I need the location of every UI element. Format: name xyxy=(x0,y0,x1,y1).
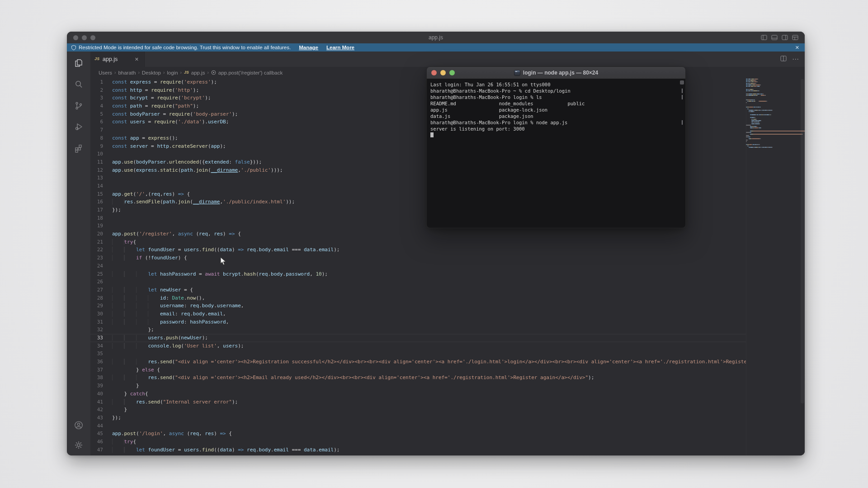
code-line[interactable]: 33 users.push(newUser); xyxy=(90,334,805,342)
extensions-icon[interactable] xyxy=(72,141,85,155)
terminal-line: data.js package.json xyxy=(430,113,682,119)
terminal-line: bharath@Bharaths-MacBook-Pro login % nod… xyxy=(430,119,682,126)
breadcrumb-desktop[interactable]: Desktop xyxy=(142,70,161,75)
tab-label: app.js xyxy=(103,56,118,62)
code-line[interactable]: 22 let foundUser = users.find((data) => … xyxy=(90,246,805,254)
terminal-line: bharath@Bharaths-MacBook-Pro ~ % cd Desk… xyxy=(430,88,682,94)
code-line[interactable]: 20app.post('/register', async (req, res)… xyxy=(90,230,805,238)
code-line[interactable]: 41 res.send("Internal server error"); xyxy=(90,398,805,406)
breadcrumb-app-js[interactable]: app.js xyxy=(191,70,205,75)
terminal-titlebar: login — node app.js — 80×24 xyxy=(427,67,685,79)
code-line[interactable]: 21 try{ xyxy=(90,238,805,246)
code-line[interactable]: 36 res.send("<div align ='center'><h2>Re… xyxy=(90,358,805,366)
terminal-window[interactable]: login — node app.js — 80×24 Last login: … xyxy=(426,66,686,228)
split-editor-icon[interactable] xyxy=(780,55,787,63)
source-control-icon[interactable] xyxy=(72,99,85,113)
settings-gear-icon[interactable] xyxy=(72,438,85,452)
account-icon[interactable] xyxy=(72,418,85,432)
breadcrumb-users[interactable]: Users xyxy=(99,70,112,75)
javascript-file-icon: JS xyxy=(94,57,99,61)
code-line[interactable]: 43}); xyxy=(90,414,805,422)
code-line[interactable]: 34 console.log('User list', users); xyxy=(90,342,805,350)
terminal-lines: Last login: Thu Jan 26 16:55:51 on ttys0… xyxy=(430,81,682,132)
code-line[interactable]: 25 let hashPassword = await bcrypt.hash(… xyxy=(90,270,805,278)
toggle-secondary-sidebar-icon[interactable] xyxy=(782,35,788,40)
workspace-trust-icon xyxy=(71,45,76,50)
breadcrumb-login[interactable]: login xyxy=(167,70,178,75)
code-line[interactable]: 31 password: hashPassword, xyxy=(90,318,805,326)
code-line[interactable]: 40 } catch{ xyxy=(90,390,805,398)
restricted-mode-banner: Restricted Mode is intended for safe cod… xyxy=(67,43,805,52)
code-line[interactable]: 38 res.send("<div align ='center'><h2>Em… xyxy=(90,374,805,382)
terminal-line: server is listening on port: 3000 xyxy=(430,126,682,132)
editor-scrollbar[interactable] xyxy=(801,79,804,404)
minimap[interactable] xyxy=(746,78,805,455)
manage-link[interactable]: Manage xyxy=(299,45,318,50)
breadcrumb-callback[interactable]: app.post('/register') callback xyxy=(218,70,283,75)
code-line[interactable]: 42 } xyxy=(90,406,805,414)
desktop: app.js Restricted Mode is intended for s… xyxy=(0,0,868,488)
terminal-line: bharath@Bharaths-MacBook-Pro login % ls xyxy=(430,94,682,100)
tab-bar: JS app.js ✕ ⋯ xyxy=(90,52,805,67)
toggle-sidebar-icon[interactable] xyxy=(761,35,767,40)
code-line[interactable]: 46 try{ xyxy=(90,438,805,446)
vscode-titlebar: app.js xyxy=(67,32,805,43)
code-line[interactable]: 45app.post('/login', async (req, res) =>… xyxy=(90,430,805,438)
code-line[interactable]: 35 xyxy=(90,350,805,358)
code-line[interactable]: 24 xyxy=(90,262,805,270)
code-line[interactable]: 44 xyxy=(90,422,805,430)
breadcrumb-bharath[interactable]: bharath xyxy=(118,70,136,75)
terminal-cursor xyxy=(430,132,434,137)
tab-app-js[interactable]: JS app.js ✕ xyxy=(90,52,145,67)
code-line[interactable]: 26 xyxy=(90,278,805,286)
javascript-file-icon: JS xyxy=(184,70,189,75)
code-line[interactable]: 29 username: req.body.username, xyxy=(90,302,805,310)
code-line[interactable]: 47 let foundUser = users.find((data) => … xyxy=(90,446,805,454)
code-line[interactable]: 32 }; xyxy=(90,326,805,334)
terminal-output[interactable]: Last login: Thu Jan 26 16:55:51 on ttys0… xyxy=(427,79,685,228)
banner-close-icon[interactable]: ✕ xyxy=(793,45,801,51)
window-title: app.js xyxy=(67,34,805,41)
terminal-line: Last login: Thu Jan 26 16:55:51 on ttys0… xyxy=(430,81,682,88)
more-actions-icon[interactable]: ⋯ xyxy=(792,55,799,63)
code-line[interactable]: 28 id: Date.now(), xyxy=(90,294,805,302)
terminal-title: login — node app.js — 80×24 xyxy=(427,70,685,76)
activity-bar xyxy=(67,52,90,455)
run-debug-icon[interactable] xyxy=(72,120,85,134)
terminal-scrollbar-thumb[interactable] xyxy=(680,80,684,84)
terminal-line: app.js package-lock.json xyxy=(430,107,682,113)
terminal-app-icon xyxy=(514,70,520,76)
symbol-method-icon xyxy=(211,70,216,75)
code-line[interactable]: 30 email: req.body.email, xyxy=(90,310,805,318)
search-icon[interactable] xyxy=(72,78,85,91)
code-line[interactable]: 37 } else { xyxy=(90,366,805,374)
learn-more-link[interactable]: Learn More xyxy=(326,45,354,50)
customize-layout-icon[interactable] xyxy=(792,35,798,40)
explorer-icon[interactable] xyxy=(72,56,85,70)
terminal-line: README.md node_modules public xyxy=(430,100,682,107)
code-line[interactable]: 23 if (!foundUser) { xyxy=(90,254,805,262)
mouse-cursor xyxy=(220,257,228,267)
code-line[interactable]: 27 let newUser = { xyxy=(90,286,805,294)
minimap-line xyxy=(746,147,805,148)
restricted-mode-text: Restricted Mode is intended for safe cod… xyxy=(79,45,291,50)
toggle-panel-icon[interactable] xyxy=(771,35,778,40)
tab-close-icon[interactable]: ✕ xyxy=(133,56,140,63)
code-line[interactable]: 39 } xyxy=(90,382,805,390)
